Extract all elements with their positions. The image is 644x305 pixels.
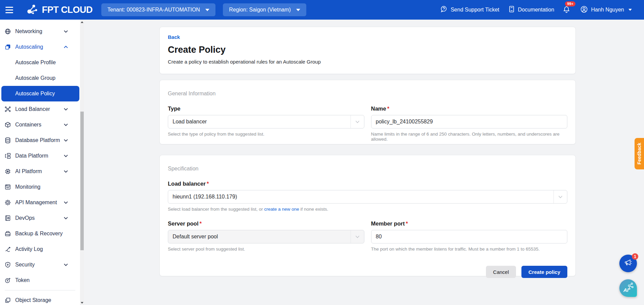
sidebar-item-autoscale-policy[interactable]: Autoscale Policy <box>1 86 79 101</box>
sidebar-item-label: Token <box>15 277 30 283</box>
announcement-badge: 1 <box>632 253 638 260</box>
sidebar-item-label: AI Platform <box>15 168 42 174</box>
name-helper-text: Name limits in the range of 6 and 250 ch… <box>371 132 568 142</box>
chevron-down-icon <box>553 190 567 203</box>
name-label: Name* <box>371 105 568 112</box>
sidebar-item-label: Activity Log <box>15 246 43 252</box>
sidebar-item-ai-platform[interactable]: AI Platform <box>0 164 80 179</box>
tenant-dropdown[interactable]: Tenant: 000823-INFRA-AUTOMATION <box>101 3 215 16</box>
scrollbar-thumb[interactable] <box>80 112 84 250</box>
load-balancer-select-value: hieunn1 (192.168.110.179) <box>168 194 553 200</box>
sidebar-item-containers[interactable]: Containers <box>0 117 80 133</box>
avatar-icon <box>580 5 588 15</box>
server-pool-select[interactable]: Default server pool <box>168 230 364 243</box>
sidebar-item-devops[interactable]: DevOps <box>0 210 80 226</box>
notification-badge: 99+ <box>565 1 575 6</box>
sidebar-item-networking[interactable]: Networking <box>0 24 80 39</box>
region-dropdown[interactable]: Region: Saigon (Vietnam) <box>223 3 306 16</box>
sidebar-item-label: Autoscaling <box>15 44 43 50</box>
sidebar-item-activity-log[interactable]: Activity Log <box>0 241 80 257</box>
brand-text: FPT CLOUD <box>42 5 93 15</box>
containers-icon <box>4 121 11 128</box>
chevron-down-icon <box>205 9 209 11</box>
name-input[interactable] <box>371 119 567 125</box>
user-name: Hanh Nguyen <box>591 7 624 13</box>
back-link[interactable]: Back <box>168 34 180 40</box>
section-title-specification: Specification <box>168 166 567 172</box>
monitoring-icon <box>4 184 11 190</box>
sidebar-item-security[interactable]: Security <box>0 257 80 273</box>
support-ticket-icon <box>440 5 447 14</box>
sidebar-item-label: Data Platform <box>15 153 48 159</box>
fpt-ai-logo-icon: AI <box>621 281 635 296</box>
chevron-down-icon <box>64 30 68 33</box>
cancel-button[interactable]: Cancel <box>486 266 516 278</box>
send-support-ticket-link[interactable]: Send Support Ticket <box>440 5 499 14</box>
scroll-up-arrow-icon[interactable] <box>80 20 84 24</box>
chevron-down-icon <box>64 123 68 126</box>
load-balancer-select[interactable]: hieunn1 (192.168.110.179) <box>168 190 567 204</box>
data-platform-icon <box>4 152 11 159</box>
region-label: Region: Saigon (Vietnam) <box>229 7 291 13</box>
type-select-value: Load balancer <box>168 119 351 125</box>
sidebar-scrollbar[interactable] <box>80 20 84 305</box>
sidebar-item-label: API Management <box>15 200 57 206</box>
notifications-bell-icon[interactable]: 99+ <box>563 5 570 15</box>
sidebar-item-backup-recovery[interactable]: Backup & Recovery <box>0 226 80 241</box>
server-pool-select-value: Default server pool <box>168 234 351 240</box>
documentation-label: Documentation <box>518 7 555 13</box>
server-pool-helper-text: Select server pool from suggested list. <box>168 247 364 252</box>
chevron-down-icon <box>64 201 68 204</box>
page-subtitle: Create a policy to establish operational… <box>168 59 567 65</box>
required-asterisk: * <box>387 105 389 112</box>
announcements-fab[interactable]: 1 <box>619 255 637 272</box>
scroll-down-arrow-icon[interactable] <box>80 301 84 304</box>
token-icon <box>4 277 11 284</box>
type-helper-text: Select the type of policy from the sugge… <box>168 132 364 137</box>
type-select[interactable]: Load balancer <box>168 115 364 128</box>
chevron-down-icon <box>64 263 68 266</box>
tenant-label: Tenant: 000823-INFRA-AUTOMATION <box>107 7 200 13</box>
name-field <box>371 115 568 128</box>
sidebar-item-label: Monitoring <box>15 184 41 190</box>
fpt-cloud-logo: FPT CLOUD <box>26 3 93 17</box>
megaphone-icon <box>623 258 633 269</box>
feedback-tab[interactable]: Feedback <box>635 138 644 169</box>
sidebar-item-object-storage[interactable]: Object Storage <box>0 292 80 305</box>
chevron-down-icon <box>351 230 364 243</box>
sidebar-item-autoscaling[interactable]: Autoscaling <box>0 39 80 55</box>
sidebar-item-label: Autoscale Policy <box>15 91 55 97</box>
activity-log-icon <box>4 246 11 253</box>
sidebar-item-token[interactable]: Token <box>0 273 80 288</box>
member-port-label: Member port* <box>371 220 568 227</box>
hamburger-menu-icon[interactable] <box>1 0 17 20</box>
chevron-down-icon <box>64 217 68 219</box>
sidebar-item-api-management[interactable]: API Management <box>0 195 80 210</box>
ai-assistant-fab[interactable]: AI <box>619 279 637 297</box>
documentation-link[interactable]: Documentation <box>508 5 555 14</box>
sidebar-item-label: Load Balancer <box>15 106 50 112</box>
sidebar-divider <box>5 290 75 290</box>
user-menu[interactable]: Hanh Nguyen <box>580 5 632 15</box>
svg-text:AI: AI <box>623 287 629 293</box>
backup-icon <box>4 230 11 237</box>
sidebar-item-load-balancer[interactable]: Load Balancer <box>0 101 80 117</box>
create-policy-button[interactable]: Create policy <box>521 266 567 278</box>
documentation-icon <box>508 5 515 14</box>
sidebar-item-label: Backup & Recovery <box>15 231 63 237</box>
load-balancer-icon <box>4 106 11 113</box>
member-port-input[interactable] <box>371 234 567 240</box>
sidebar-item-database-platform[interactable]: Database Platform <box>0 133 80 148</box>
sidebar-item-autoscale-profile[interactable]: Autoscale Profile <box>0 55 80 70</box>
load-balancer-label: Load balancer* <box>168 181 567 187</box>
create-new-load-balancer-link[interactable]: create a new one <box>264 207 299 212</box>
molecule-logo-icon <box>26 3 38 17</box>
globe-icon <box>4 28 11 35</box>
devops-icon <box>4 215 11 221</box>
sidebar-item-autoscale-group[interactable]: Autoscale Group <box>0 70 80 86</box>
chevron-down-icon <box>64 139 68 142</box>
sidebar-item-monitoring[interactable]: Monitoring <box>0 179 80 195</box>
sidebar-item-data-platform[interactable]: Data Platform <box>0 148 80 164</box>
chevron-down-icon <box>64 170 68 173</box>
load-balancer-helper-text: Select load balancer from the suggested … <box>168 207 567 212</box>
